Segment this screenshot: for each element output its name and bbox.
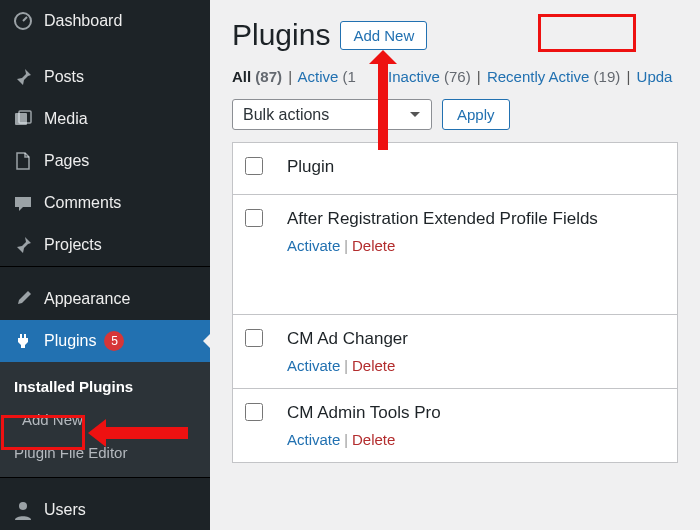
filter-update[interactable]: Upda [637,68,673,85]
activate-link[interactable]: Activate [287,357,340,374]
update-badge: 5 [104,331,124,351]
brush-icon [12,288,34,310]
sidebar-item-label: Pages [44,152,89,170]
sidebar-item-dashboard[interactable]: Dashboard [0,0,210,42]
plugin-filters: All (87) | Active (1 | Inactive (76) | R… [232,68,678,85]
table-row: CM Ad Changer Activate|Delete [233,315,678,389]
sidebar-item-appearance[interactable]: Appearance [0,278,210,320]
plugins-table: Plugin After Registration Extended Profi… [232,142,678,463]
users-icon [12,499,34,521]
submenu-installed-plugins[interactable]: Installed Plugins [0,370,210,403]
sidebar-item-media[interactable]: Media [0,98,210,140]
submenu-add-new[interactable]: Add New [8,403,202,436]
sidebar-item-label: Comments [44,194,121,212]
sidebar-separator [0,477,210,489]
pin-icon [12,66,34,88]
filter-recently-active[interactable]: Recently Active (19) [487,68,620,85]
delete-link[interactable]: Delete [352,357,395,374]
plugins-submenu: Installed Plugins Add New Plugin File Ed… [0,362,210,477]
row-checkbox[interactable] [245,403,263,421]
table-row: After Registration Extended Profile Fiel… [233,195,678,315]
apply-button[interactable]: Apply [442,99,510,130]
page-icon [12,150,34,172]
sidebar-item-label: Appearance [44,290,130,308]
sidebar-item-label: Users [44,501,86,519]
activate-link[interactable]: Activate [287,237,340,254]
delete-link[interactable]: Delete [352,431,395,448]
row-actions: Activate|Delete [287,237,665,254]
add-new-button[interactable]: Add New [340,21,427,50]
sidebar-item-posts[interactable]: Posts [0,56,210,98]
sidebar-separator [0,266,210,278]
sidebar-item-label: Posts [44,68,84,86]
sidebar-item-comments[interactable]: Comments [0,182,210,224]
sidebar-item-label: Media [44,110,88,128]
table-row: CM Admin Tools Pro Activate|Delete [233,389,678,463]
select-all-checkbox[interactable] [245,157,263,175]
plugin-name: CM Ad Changer [287,329,665,349]
sidebar-item-users[interactable]: Users [0,489,210,530]
sidebar-item-label: Projects [44,236,102,254]
filter-inactive[interactable]: Inactive (76) [388,68,471,85]
page-title: Plugins [232,18,330,52]
column-plugin[interactable]: Plugin [275,143,678,195]
row-checkbox[interactable] [245,209,263,227]
pin-icon [12,234,34,256]
dashboard-icon [12,10,34,32]
submenu-plugin-file-editor[interactable]: Plugin File Editor [0,436,210,469]
plugin-name: After Registration Extended Profile Fiel… [287,209,665,229]
plugin-icon [12,330,34,352]
filter-active[interactable]: Active (1 [297,68,355,85]
sidebar-item-pages[interactable]: Pages [0,140,210,182]
filter-all[interactable]: All (87) [232,68,282,85]
row-checkbox[interactable] [245,329,263,347]
svg-point-3 [19,502,27,510]
sidebar-item-plugins[interactable]: Plugins 5 [0,320,210,362]
sidebar-item-label: Dashboard [44,12,122,30]
bulk-actions-select[interactable]: Bulk actions [232,99,432,130]
row-actions: Activate|Delete [287,357,665,374]
sidebar-item-label: Plugins [44,332,96,350]
plugin-name: CM Admin Tools Pro [287,403,665,423]
sidebar-item-projects[interactable]: Projects [0,224,210,266]
activate-link[interactable]: Activate [287,431,340,448]
delete-link[interactable]: Delete [352,237,395,254]
comments-icon [12,192,34,214]
admin-sidebar: Dashboard Posts Media Pages Comments Pro… [0,0,210,530]
media-icon [12,108,34,130]
row-actions: Activate|Delete [287,431,665,448]
main-content: Plugins Add New All (87) | Active (1 | I… [210,0,700,530]
